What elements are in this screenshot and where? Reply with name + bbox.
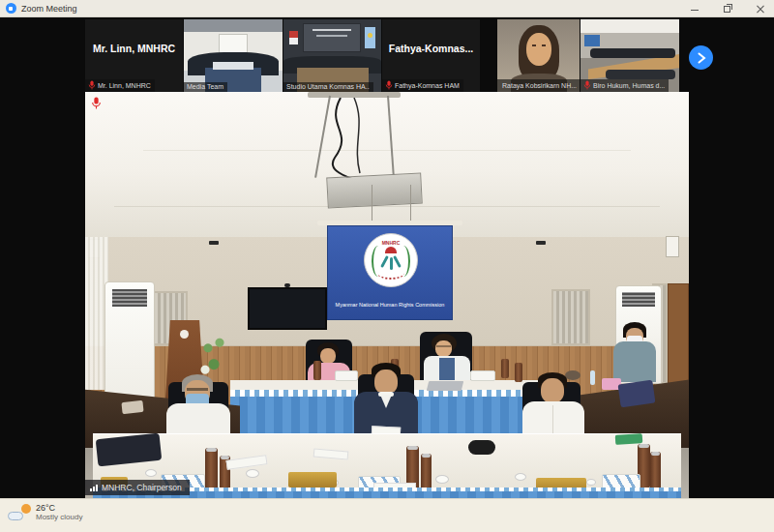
- active-speaker-name-tag: MNHRC, Chairperson: [85, 480, 190, 495]
- window-curtain-right: [551, 289, 590, 345]
- thermos: [650, 452, 661, 490]
- restore-button[interactable]: [722, 3, 733, 15]
- close-button[interactable]: [755, 3, 766, 15]
- thumb-scene-chairs-row: [590, 48, 675, 58]
- participant-label: Mr. Linn, MNHRC: [98, 82, 151, 89]
- mini-thermos: [501, 359, 509, 378]
- mnhrc-banner: MNHRC Myanmar National Human Rights Comm…: [327, 225, 453, 320]
- window-title: Zoom Meeting: [21, 4, 77, 14]
- green-folder: [615, 433, 643, 445]
- person-right-face: [541, 378, 564, 403]
- laptop: [427, 381, 463, 391]
- thermos: [205, 448, 218, 492]
- windows-taskbar: 26°C Mostly cloudy: [0, 498, 774, 532]
- mnhrc-logo: MNHRC: [364, 233, 418, 287]
- ac-grill-right: [622, 292, 655, 307]
- wall-tv: [248, 287, 327, 330]
- minimize-icon: [691, 10, 699, 11]
- window-titlebar: Zoom Meeting: [0, 0, 774, 17]
- thumb-scene-ceiling: [184, 19, 283, 32]
- thumb-scene-chairs-row2: [606, 70, 675, 79]
- thumb-scene-eye2: [542, 44, 546, 46]
- person-blue-inner: [439, 358, 455, 381]
- projector-cables: [296, 98, 402, 185]
- participant-name-tag: Biro Hukum, Humas d...: [580, 79, 669, 92]
- participant-display-name: Fathya-Komnas...: [382, 43, 480, 54]
- projector-unit: [326, 172, 423, 208]
- mid-table-tissue: [470, 370, 495, 381]
- mini-thermos: [313, 361, 321, 380]
- participant-label: Fathya-Komnas HAM: [395, 82, 460, 89]
- participant-thumbnail-mr-linn[interactable]: Mr. Linn, MNHRC Mr. Linn, MNHRC: [85, 19, 183, 92]
- zoom-logo-icon: [6, 3, 16, 14]
- thumb-scene-face: [526, 33, 551, 66]
- participant-label: Studio Utama Komnas HA..: [286, 83, 370, 90]
- mid-table-tissue: [335, 370, 358, 381]
- ceiling-cove-line: [114, 206, 660, 207]
- thumb-scene-screen-text2: [316, 35, 347, 37]
- cup: [435, 475, 449, 484]
- muted-mic-icon: [583, 80, 591, 90]
- thermos: [421, 454, 432, 492]
- participant-label: Biro Hukum, Humas d...: [593, 82, 665, 89]
- person-blue-face: [435, 340, 452, 357]
- filmstrip-next-button[interactable]: [689, 45, 713, 70]
- restore-icon-back: [727, 4, 732, 10]
- thumb-scene-ceiling: [580, 19, 679, 33]
- water-bottle: [590, 370, 595, 385]
- weather-icon: [8, 504, 31, 520]
- main-video-tile[interactable]: MNHRC Myanmar National Human Rights Comm…: [85, 92, 689, 498]
- weather-temp: 26°C: [36, 503, 82, 513]
- active-speaker-label: MNHRC, Chairperson: [102, 483, 182, 492]
- weather-condition: Mostly cloudy: [36, 513, 82, 521]
- thumb-scene-tabletop: [213, 62, 253, 70]
- podium-logo: [180, 330, 189, 339]
- person-side-body: [613, 341, 656, 382]
- weather-widget[interactable]: 26°C Mostly cloudy: [8, 503, 82, 521]
- thumb-scene-window: [219, 34, 248, 53]
- participant-thumbnail-fathya[interactable]: Fathya-Komnas... Fathya-Komnas HAM: [382, 19, 480, 92]
- screen: Zoom Meeting Mr. Linn, MNHRC Mr. Linn, M…: [0, 0, 774, 532]
- chevron-right-icon: [697, 52, 706, 64]
- wall-speaker-right: [666, 236, 679, 257]
- door-right: [668, 283, 689, 392]
- participant-name-tag: Media Team: [184, 82, 227, 92]
- participant-name-tag: Studio Utama Komnas HA..: [283, 82, 373, 92]
- sun-icon: [21, 504, 31, 514]
- participant-label: Media Team: [187, 83, 223, 90]
- wall-spotlight: [209, 241, 219, 245]
- logo-text: MNHRC: [365, 240, 417, 246]
- thumb-scene-flag-red: [289, 31, 298, 38]
- participant-name-tag: Mr. Linn, MNHRC: [85, 79, 155, 92]
- zoom-meeting-window: Mr. Linn, MNHRC Mr. Linn, MNHRC Media Te…: [0, 17, 774, 498]
- name-plate-center: [288, 472, 337, 488]
- tv-camera: [284, 283, 290, 287]
- mini-thermos: [515, 363, 522, 382]
- person-blue-glasses: [436, 345, 451, 347]
- thumb-scene-flag-blue: [365, 27, 375, 48]
- participant-name-tag: Rataya Kobsirikarn NH...: [497, 79, 580, 92]
- thumb-scene-eye: [532, 44, 536, 46]
- person-left-glasses: [187, 388, 208, 391]
- thumb-scene-flag-emblem: [368, 33, 372, 38]
- banner-wire: [372, 185, 372, 222]
- participant-thumbnail-studio-utama[interactable]: Studio Utama Komnas HA..: [283, 19, 381, 92]
- logo-bottom-arc: [377, 267, 404, 280]
- cup: [246, 469, 259, 478]
- participant-thumbnail-media-team[interactable]: Media Team: [184, 19, 283, 92]
- cup: [515, 473, 526, 481]
- banner-wire2: [410, 185, 411, 222]
- minimize-button[interactable]: [689, 3, 700, 15]
- main-muted-mic-icon: [91, 97, 102, 109]
- thumb-scene-screen: [303, 23, 361, 52]
- participant-thumbnail-rataya[interactable]: Rataya Kobsirikarn NH...: [497, 19, 580, 92]
- wall-spotlight: [536, 241, 546, 245]
- muted-mic-icon: [385, 80, 393, 90]
- thumb-scene-screen: [584, 35, 600, 46]
- cloud-icon: [8, 512, 23, 520]
- participant-thumbnail-biro-hukum[interactable]: Biro Hukum, Humas d...: [580, 19, 679, 92]
- logo-red-dome: [385, 247, 397, 253]
- cup: [145, 469, 157, 477]
- connection-signal-icon: [90, 485, 98, 492]
- desk-mirror: [565, 370, 580, 380]
